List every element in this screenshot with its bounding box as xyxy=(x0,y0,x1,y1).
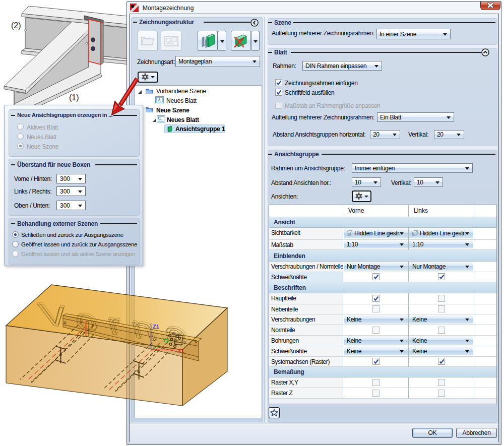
svg-text:Y1: Y1 xyxy=(162,337,169,343)
svg-text:(1): (1) xyxy=(69,93,79,102)
svg-text:X1: X1 xyxy=(177,348,184,354)
svg-text:(2): (2) xyxy=(11,21,21,30)
svg-text:Z1: Z1 xyxy=(153,324,159,330)
